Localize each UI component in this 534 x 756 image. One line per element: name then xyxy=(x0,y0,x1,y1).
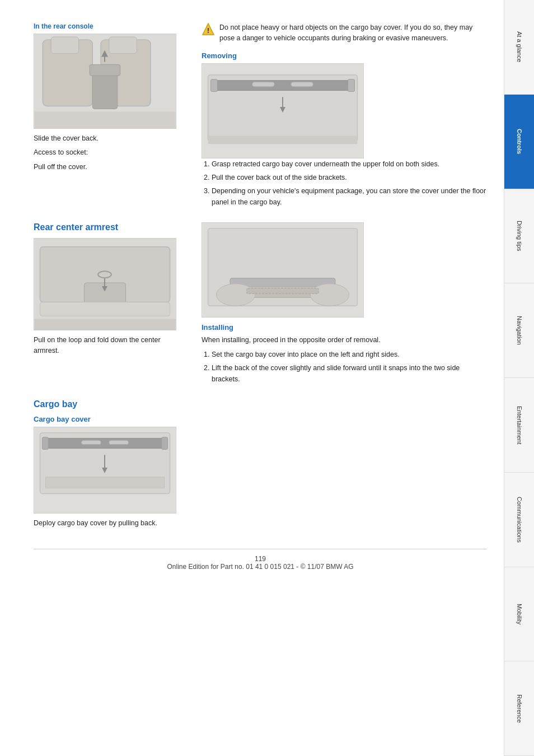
sidebar-tab-reference[interactable]: Reference xyxy=(504,661,534,756)
cargo-bay-row: Cargo bay Cargo bay cover xyxy=(34,399,487,532)
armrest-section-row: Rear center armrest xyxy=(34,222,487,390)
armrest-section: Rear center armrest xyxy=(34,222,185,390)
installing-heading: Installing xyxy=(202,323,487,332)
armrest-image xyxy=(34,238,176,330)
svg-rect-43 xyxy=(45,477,164,488)
sidebar-tab-navigation[interactable]: Navigation xyxy=(504,283,534,378)
installing-steps: Set the cargo bay cover into place on th… xyxy=(202,349,487,385)
right-column-top: ! Do not place heavy or hard objects on … xyxy=(202,22,487,213)
warning-text: Do not place heavy or hard objects on th… xyxy=(219,22,487,44)
svg-rect-39 xyxy=(42,437,48,450)
warning-icon: ! xyxy=(202,22,215,36)
svg-rect-38 xyxy=(45,438,164,449)
right-column-bottom: Installing When installing, proceed in t… xyxy=(202,222,487,390)
sidebar-tab-controls[interactable]: Controls xyxy=(504,95,534,189)
rear-console-section: In the rear console xyxy=(34,22,185,213)
sidebar-tab-entertainment[interactable]: Entertainment xyxy=(504,378,534,473)
sidebar-tab-communications[interactable]: Communications xyxy=(504,473,534,567)
svg-rect-15 xyxy=(348,79,355,91)
svg-point-34 xyxy=(310,283,349,306)
main-content: In the rear console xyxy=(0,0,504,756)
svg-rect-20 xyxy=(208,136,358,144)
rear-console-instruction2: Access to socket: xyxy=(34,147,185,158)
removing-steps: Grasp retracted cargo bay cover undernea… xyxy=(202,158,487,208)
removing-step-2: Pull the cover back out of the side brac… xyxy=(212,172,487,183)
svg-rect-8 xyxy=(109,37,137,54)
page-number: 119 xyxy=(34,555,487,563)
svg-rect-40 xyxy=(162,437,168,450)
svg-rect-6 xyxy=(35,111,176,128)
warning-box: ! Do not place heavy or hard objects on … xyxy=(202,22,487,44)
armrest-instruction: Pull on the loop and fold down the cente… xyxy=(34,335,185,357)
removing-step-3: Depending on your vehicle's equipment pa… xyxy=(212,185,487,208)
svg-rect-42 xyxy=(109,441,129,445)
removing-step-1: Grasp retracted cargo bay cover undernea… xyxy=(212,158,487,170)
rear-console-image xyxy=(34,34,176,129)
sidebar: At a glance Controls Driving tips Naviga… xyxy=(504,0,534,756)
svg-point-33 xyxy=(216,283,255,306)
removing-image xyxy=(202,63,364,158)
rear-console-instruction3: Pull off the cover. xyxy=(34,162,185,172)
cargo-bay-heading: Cargo bay xyxy=(34,399,185,409)
rear-console-heading: In the rear console xyxy=(34,22,185,30)
sidebar-tab-at-a-glance[interactable]: At a glance xyxy=(504,0,534,95)
sidebar-tab-mobility[interactable]: Mobility xyxy=(504,567,534,662)
sidebar-tab-driving-tips[interactable]: Driving tips xyxy=(504,189,534,284)
top-section: In the rear console xyxy=(34,22,487,213)
installing-intro: When installing, proceed in the opposite… xyxy=(202,335,487,346)
stored-image xyxy=(202,222,364,318)
cargo-right-placeholder xyxy=(202,399,487,532)
svg-rect-4 xyxy=(90,64,120,76)
svg-rect-41 xyxy=(82,441,101,445)
installing-step-2: Lift the back of the cover slightly and … xyxy=(212,362,487,385)
svg-rect-16 xyxy=(252,82,275,86)
page-footer: 119 Online Edition for Part no. 01 41 0 … xyxy=(34,549,487,571)
cargo-bay-cover-heading: Cargo bay cover xyxy=(34,415,185,423)
svg-rect-17 xyxy=(291,82,313,86)
removing-heading: Removing xyxy=(202,52,487,60)
svg-rect-35 xyxy=(247,288,318,293)
cargo-deploy-instruction: Deploy cargo bay cover by pulling back. xyxy=(34,518,185,529)
cargo-bay-section: Cargo bay Cargo bay cover xyxy=(34,399,185,532)
svg-text:!: ! xyxy=(207,26,209,35)
copyright-text: Online Edition for Part no. 01 41 0 015 … xyxy=(34,563,487,571)
svg-rect-28 xyxy=(35,319,176,330)
svg-rect-14 xyxy=(211,79,218,91)
rear-console-instruction1: Slide the cover back. xyxy=(34,133,185,144)
svg-rect-7 xyxy=(51,37,78,54)
installing-step-1: Set the cargo bay cover into place on th… xyxy=(212,349,487,360)
cargo-cover-image xyxy=(34,427,176,514)
armrest-heading: Rear center armrest xyxy=(34,222,185,232)
svg-rect-27 xyxy=(40,302,170,316)
svg-rect-13 xyxy=(213,80,352,90)
